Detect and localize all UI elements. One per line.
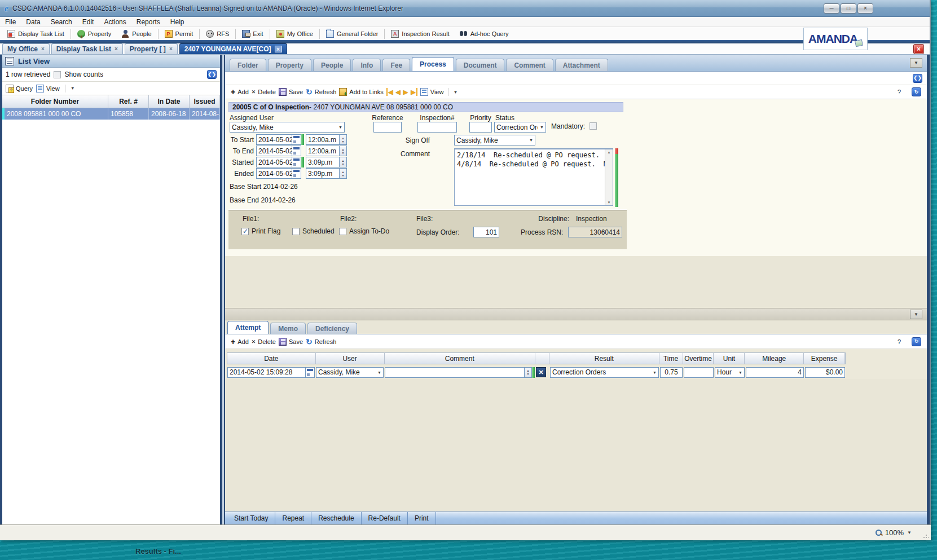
menu-search[interactable]: Search [46,18,77,26]
add-button[interactable]: +Add [231,88,249,96]
tab-folder[interactable]: Folder [230,59,266,71]
help-link[interactable]: ? [898,338,901,345]
time-spinner[interactable]: ▲▼ [340,168,347,179]
inspection-result-button[interactable]: AInspection Result [386,28,454,39]
repeat-button[interactable]: Repeat [275,512,311,524]
calendar-icon[interactable] [292,134,301,145]
show-counts-checkbox[interactable] [54,71,61,78]
priority-input[interactable] [469,122,492,133]
tab-attachment[interactable]: Attachment [555,59,608,71]
assign-todo-checkbox[interactable] [339,228,346,235]
attempt-expense-input[interactable]: $0.00 [805,367,845,378]
tab-property[interactable]: Property [ ]× [125,43,178,54]
col-folder-number[interactable]: Folder Number [2,95,108,108]
attempt-comment-input[interactable] [385,367,525,378]
text-editor-popup-icon[interactable]: ✕ [536,367,546,377]
zoom-dropdown-icon[interactable]: ▼ [907,530,912,535]
close-button[interactable]: × [857,3,873,14]
view-dropdown-icon[interactable]: ▼ [453,90,457,95]
add-button[interactable]: +Add [231,338,249,346]
col-in-date[interactable]: In Date [149,95,190,108]
col-mileage[interactable]: Mileage [745,353,804,364]
minimize-button[interactable]: ─ [824,3,839,14]
menu-reports[interactable]: Reports [131,18,165,26]
view-button[interactable]: View [420,88,444,96]
delete-button[interactable]: ×Delete [252,88,276,96]
tab-close-icon[interactable]: × [169,46,173,52]
ended-date-input[interactable]: 2014-05-02 [256,168,292,179]
exit-button[interactable]: Exit [237,28,268,39]
col-overtime[interactable]: Overtime [683,353,714,364]
maximize-button[interactable]: □ [841,3,856,14]
sign-off-select[interactable]: Cassidy, Mike [454,135,535,145]
col-expense[interactable]: Expense [804,353,845,364]
col-ref[interactable]: Ref. # [108,95,149,108]
help-link[interactable]: ? [898,89,901,95]
attempt-mileage-input[interactable]: 4 [746,367,804,378]
status-select[interactable]: Correction Orders [494,122,546,133]
re-default-button[interactable]: Re-Default [362,512,408,524]
attempt-time-input[interactable]: 0.75 [660,367,683,378]
zoom-level[interactable]: 100% [885,528,904,537]
tab-comment[interactable]: Comment [506,59,553,71]
time-spinner[interactable]: ▲▼ [340,157,347,167]
time-spinner[interactable]: ▲▼ [340,134,347,145]
attempt-overtime-input[interactable] [684,367,714,378]
tab-close-icon[interactable]: × [41,46,45,52]
tab-people[interactable]: People [313,59,351,71]
print-button[interactable]: Print [408,512,436,524]
refresh-button[interactable]: ↻Refresh [306,88,336,96]
tab-my-office[interactable]: My Office× [2,43,50,54]
adhoc-query-button[interactable]: Ad-hoc Query [455,28,514,39]
to-start-date-input[interactable]: 2014-05-02 [256,134,292,145]
collapse-panel-icon[interactable]: ❮❯ [207,70,217,79]
comment-scrollbar[interactable]: ▲▼ [605,149,613,205]
tab-process[interactable]: Process [412,57,454,71]
tab-fee[interactable]: Fee [382,59,410,71]
query-button[interactable]: Query [6,85,33,92]
refresh-panel-icon[interactable]: ↻ [912,87,921,96]
col-unit[interactable]: Unit [714,353,745,364]
started-date-input[interactable]: 2014-05-02 [256,157,292,167]
view-button[interactable]: View [36,85,60,92]
comment-textarea[interactable]: 2/18/14 Re-scheduled @ PO request. MC 4/… [454,148,613,206]
table-row[interactable]: 2008 095881 000 00 CO 105858 2008-06-18 … [2,108,220,120]
panel-splitter[interactable] [220,55,225,537]
col-date[interactable]: Date [227,353,316,364]
calendar-icon[interactable] [292,157,301,167]
general-folder-button[interactable]: General Folder [321,28,383,39]
first-record-icon[interactable]: ◀ [386,88,393,96]
tab-close-icon[interactable]: × [115,46,118,52]
collapse-section-icon[interactable]: ❮❯ [913,74,922,83]
tab-folder-2407-youngman[interactable]: 2407 YOUNGMAN AVE[CO]× [179,43,287,54]
print-flag-checkbox[interactable] [241,228,249,235]
scheduled-checkbox[interactable] [292,228,300,235]
scroll-down-icon[interactable]: ▼ [608,201,611,204]
collapse-bottom-icon[interactable]: ▼ [910,310,922,319]
calendar-icon[interactable] [292,145,301,156]
resize-grip[interactable] [923,533,929,539]
assigned-user-select[interactable]: Cassidy, Mike [230,122,345,133]
add-to-links-button[interactable]: Add to Links [339,88,384,96]
tab-display-task-list[interactable]: Display Task List× [51,43,123,54]
col-comment[interactable]: Comment [385,353,536,364]
tab-deficiency[interactable]: Deficiency [307,323,357,334]
display-order-input[interactable]: 101 [473,227,499,237]
attempt-user-select[interactable]: Cassidy, Mike [316,367,384,378]
calendar-icon[interactable] [306,367,315,378]
rfs-button[interactable]: RFS [201,28,234,39]
inspection-number-input[interactable] [417,122,457,133]
tab-close-icon[interactable]: × [275,46,282,52]
tab-memo[interactable]: Memo [270,323,306,334]
scroll-up-icon[interactable]: ▲ [608,151,611,154]
menu-file[interactable]: File [0,18,21,26]
tab-property[interactable]: Property [268,59,311,71]
refresh-panel-icon[interactable]: ↻ [912,337,921,346]
property-button[interactable]: Property [72,28,117,39]
start-today-button[interactable]: Start Today [227,512,275,524]
col-time[interactable]: Time [659,353,683,364]
attempt-date-input[interactable]: 2014-05-02 15:09:28 [227,367,306,378]
menu-edit[interactable]: Edit [77,18,99,26]
started-time-input[interactable]: 3:09p.m [306,157,340,167]
refresh-button[interactable]: ↻Refresh [306,338,336,346]
